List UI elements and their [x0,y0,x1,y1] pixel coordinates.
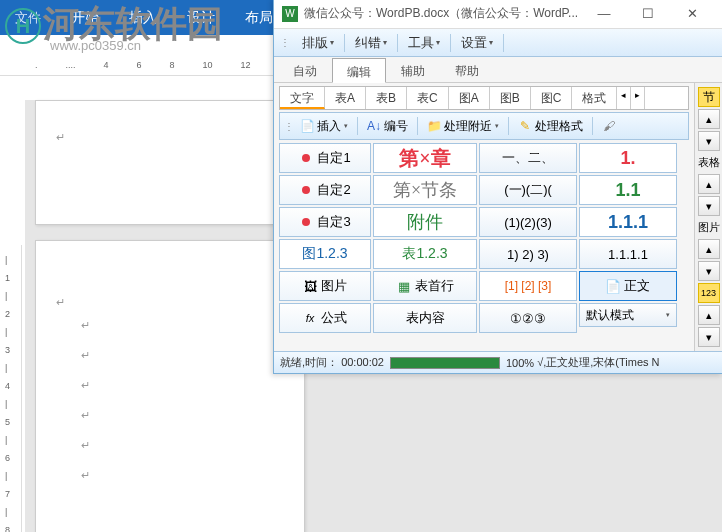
custom2-button[interactable]: 自定2 [279,175,371,205]
folder-icon: 📁 [427,119,441,133]
attachment-button[interactable]: 附件 [373,207,477,237]
grip-icon[interactable]: ⋮ [284,121,294,132]
status-bar: 就绪,时间： 00:00:02 100% √,正文处理,宋体(Times N [274,351,722,373]
subtab-format[interactable]: 格式 [572,87,617,109]
custom3-button[interactable]: 自定3 [279,207,371,237]
section-up-button[interactable]: ▴ [698,109,720,129]
status-info: √,正文处理,宋体(Times N [537,355,716,370]
numbering-halfparen-button[interactable]: 1) 2) 3) [479,239,577,269]
numbering-cn-button[interactable]: 一、二、 [479,143,577,173]
subtab-table-c[interactable]: 表C [407,87,449,109]
pic-up-button[interactable]: ▴ [698,239,720,259]
status-percent: 100% [506,357,534,369]
table-header-button[interactable]: ▦表首行 [373,271,477,301]
style-grid: 自定1 第×章 一、二、 1. 自定2 第×节条 (一)(二)( 1.1 自定3… [279,143,689,333]
red-bullet-icon [302,154,310,162]
status-ready: 就绪,时间： 00:00:02 [280,355,384,370]
ribbon-file[interactable]: 文件 [10,1,56,35]
section-button[interactable]: 第×节条 [373,175,477,205]
sort-icon: A↓ [367,119,381,133]
num-1-button[interactable]: 1. [579,143,677,173]
table-down-button[interactable]: ▾ [698,196,720,216]
tab-assist[interactable]: 辅助 [386,57,440,82]
custom1-button[interactable]: 自定1 [279,143,371,173]
section-down-button[interactable]: ▾ [698,131,720,151]
num-down-button[interactable]: ▾ [698,327,720,347]
menu-settings[interactable]: 设置 ▾ [453,30,501,56]
menu-tools[interactable]: 工具 ▾ [400,30,448,56]
brush-button[interactable]: 🖌 [598,117,620,135]
minimize-button[interactable]: — [582,0,626,28]
watermark-url: www.pc0359.cn [50,38,141,53]
plugin-secondary-tabs: 文字 表A 表B 表C 图A 图B 图C 格式 ◂ ▸ [279,86,689,110]
progress-bar [390,357,500,369]
numbering-paren-cn-button[interactable]: (一)(二)( [479,175,577,205]
table-content-button[interactable]: 表内容 [373,303,477,333]
formula-button[interactable]: fx公式 [279,303,371,333]
subtab-text[interactable]: 文字 [280,87,325,109]
doc-icon: 📄 [606,279,620,293]
ribbon-start[interactable]: 开始 [56,1,114,35]
pic-label: 图片 [698,218,720,237]
subtab-pic-b[interactable]: 图B [490,87,531,109]
num-1-1-1-button[interactable]: 1.1.1 [579,207,677,237]
numbering-bracket-button[interactable]: [1] [2] [3] [479,271,577,301]
body-text-button[interactable]: 📄正文 [579,271,677,301]
picture-icon: 🖼 [303,279,317,293]
subtab-pic-a[interactable]: 图A [449,87,490,109]
close-button[interactable]: ✕ [670,0,714,28]
red-bullet-icon [302,218,310,226]
numbering-paren-num-button[interactable]: (1)(2)(3) [479,207,577,237]
section-button[interactable]: 节 [698,87,720,107]
table-icon: ▦ [397,279,411,293]
insert-button[interactable]: 📄 插入▾ [296,116,352,137]
page-2[interactable]: ↵ ↵ ↵ ↵ ↵ ↵ ↵ [35,240,305,532]
tab-auto[interactable]: 自动 [278,57,332,82]
maximize-button[interactable]: ☐ [626,0,670,28]
numbering-circle-button[interactable]: ①②③ [479,303,577,333]
mode-combo[interactable]: 默认模式▾ [579,303,677,327]
grip-icon[interactable]: ⋮ [280,37,290,48]
picture-button[interactable]: 🖼图片 [279,271,371,301]
ribbon-insert[interactable]: 插入 [114,1,172,35]
subtab-table-b[interactable]: 表B [366,87,407,109]
subtab-prev[interactable]: ◂ [617,87,631,109]
subtab-pic-c[interactable]: 图C [531,87,573,109]
tab-help[interactable]: 帮助 [440,57,494,82]
process-near-button[interactable]: 📁 处理附近▾ [423,116,503,137]
ribbon-design[interactable]: 设计 [172,1,230,35]
plugin-app-icon: W [282,6,298,22]
figure-ref-button[interactable]: 图1.2.3 [279,239,371,269]
menu-layout[interactable]: 排版 ▾ [294,30,342,56]
right-column: 节 ▴ ▾ 表格 ▴ ▾ 图片 ▴ ▾ 123 ▴ ▾ [694,83,722,351]
chapter-button[interactable]: 第×章 [373,143,477,173]
plugin-title: 微信公众号：WordPB.docx（微信公众号：WordP... [304,5,582,22]
tab-edit[interactable]: 编辑 [332,58,386,83]
table-up-button[interactable]: ▴ [698,174,720,194]
num-123-button[interactable]: 123 [698,283,720,303]
brush-icon: 🖌 [602,119,616,133]
process-format-button[interactable]: ✎ 处理格式 [514,116,587,137]
menu-correct[interactable]: 纠错 ▾ [347,30,395,56]
sub-toolbar: ⋮ 📄 插入▾ A↓ 编号 📁 处理附近▾ ✎ 处理格式 [279,112,689,140]
plugin-window: W 微信公众号：WordPB.docx（微信公众号：WordP... — ☐ ✕… [273,0,722,374]
insert-icon: 📄 [300,119,314,133]
table-label: 表格 [698,153,720,172]
table-ref-button[interactable]: 表1.2.3 [373,239,477,269]
plugin-primary-tabs: 自动 编辑 辅助 帮助 [274,57,722,83]
num-1-1-1-1-button[interactable]: 1.1.1.1 [579,239,677,269]
number-button[interactable]: A↓ 编号 [363,116,412,137]
plugin-titlebar[interactable]: W 微信公众号：WordPB.docx（微信公众号：WordP... — ☐ ✕ [274,0,722,29]
subtab-next[interactable]: ▸ [631,87,645,109]
page-1[interactable]: ↵ [35,100,305,225]
fx-icon: fx [303,311,317,325]
vertical-ruler[interactable]: | 1 | 2 | 3 | 4 | 5 | 6 | 7 | 8 | [0,245,22,532]
red-bullet-icon [302,186,310,194]
num-up-button[interactable]: ▴ [698,305,720,325]
highlighter-icon: ✎ [518,119,532,133]
num-1-1-button[interactable]: 1.1 [579,175,677,205]
pic-down-button[interactable]: ▾ [698,261,720,281]
plugin-menubar: ⋮ 排版 ▾ 纠错 ▾ 工具 ▾ 设置 ▾ [274,29,722,57]
subtab-table-a[interactable]: 表A [325,87,366,109]
